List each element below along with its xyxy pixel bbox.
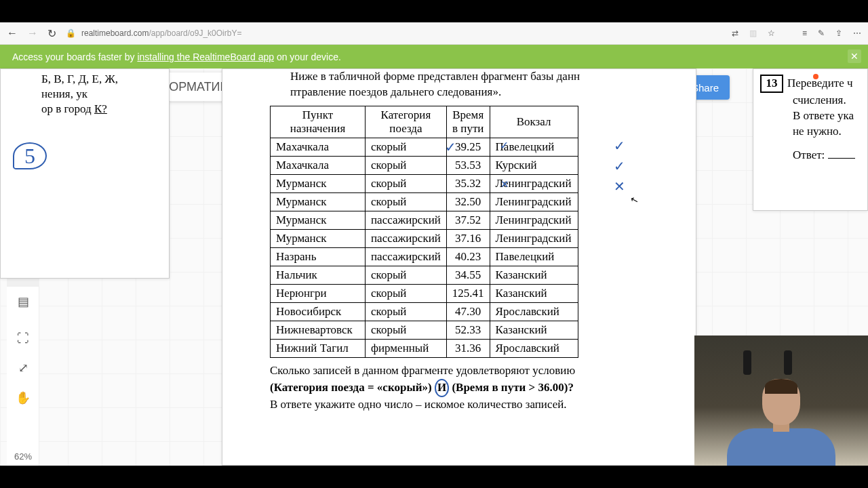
hand-cross-row3	[614, 178, 625, 195]
notes-icon[interactable]: ✎	[818, 28, 825, 38]
col-time: Время в пути	[446, 106, 490, 138]
table-row: Нижний Тагилфирменный31.36Ярославский	[271, 339, 578, 357]
table-row: Мурманскскорый35.32Ленинградский	[271, 174, 578, 192]
handwritten-5: 5	[13, 142, 47, 169]
back-icon[interactable]: ←	[7, 27, 18, 39]
table-row: Мурманскскорый32.50Ленинградский	[271, 192, 578, 211]
table-row: Назраньпассажирский40.23Павелецкий	[271, 247, 578, 266]
table-row: Махачкаласкорый39.25Павелецкий	[271, 138, 578, 156]
forward-icon[interactable]: →	[27, 27, 38, 39]
task-number-13: 13	[760, 75, 783, 93]
table-row: Новосибирскскорый47.30Ярославский	[271, 302, 578, 321]
webcam-feed	[694, 336, 868, 466]
hand-check-row2	[614, 158, 625, 174]
table-row: Махачкаласкорый53.53Курский	[271, 156, 578, 174]
frame-tool-icon[interactable]: ⛶	[7, 323, 39, 353]
col-category: Категория поезда	[366, 106, 447, 138]
table-row: Мурманскпассажирский37.52Ленинградский	[271, 211, 578, 229]
expand-tool-icon[interactable]: ⤢	[7, 353, 39, 383]
table-row: Нальчикскорый34.55Казанский	[271, 266, 578, 284]
col-station: Вокзал	[490, 106, 578, 138]
banner-text: Access your boards faster by	[12, 52, 137, 62]
close-banner-icon[interactable]: ✕	[848, 49, 861, 63]
train-table: Пункт назначения Категория поезда Время …	[270, 106, 578, 358]
task-13-frame: 13Переведите ч счисления. В ответе ука н…	[753, 68, 868, 211]
hand-tool-icon[interactable]: ✋	[7, 383, 39, 413]
task-left-frame: Б, В, Г, Д, Е, Ж, нения, ук ор в город К…	[0, 68, 170, 279]
favorite-icon[interactable]: ☆	[768, 28, 775, 38]
comment-tool-icon[interactable]: ▤	[7, 287, 39, 317]
zoom-level[interactable]: 62%	[7, 451, 39, 462]
table-row: Нерюнгрискорый125.41Казанский	[271, 284, 578, 302]
task-12-frame: Ниже в табличной форме представлен фрагм…	[222, 68, 696, 466]
table-row: Нижневартовскскорый52.33Казанский	[271, 321, 578, 339]
browser-bar: ← → ↻ 🔒 realtimeboard.com/app/board/o9J_…	[0, 22, 868, 45]
translate-icon[interactable]: ⇄	[732, 28, 738, 38]
notification-dot	[813, 74, 818, 79]
lock-icon: 🔒	[66, 28, 76, 38]
table-row: Мурманскпассажирский37.16Ленинградский	[271, 229, 578, 247]
url-host[interactable]: realtimeboard.com/app/board/o9J_k0OirbY=	[81, 28, 241, 38]
hand-check-1b: ✓	[500, 139, 509, 152]
board-canvas[interactable]: + ➤ T ▰ ▢ ↗ ✎ ▤ ⛶ ⤢ ✋ 62% ⌂ ОГЭ 2018 ИНФ…	[0, 68, 868, 466]
hub-icon[interactable]: ≡	[802, 28, 807, 38]
hand-check-row1	[614, 138, 625, 154]
col-destination: Пункт назначения	[271, 106, 366, 138]
reader-icon[interactable]: ▥	[749, 28, 757, 38]
share-page-icon[interactable]: ⇪	[835, 28, 842, 38]
hand-cross-time: ✕	[500, 178, 509, 190]
more-icon[interactable]: ⋯	[853, 28, 861, 38]
hand-check-1	[445, 139, 456, 155]
refresh-icon[interactable]: ↻	[47, 27, 56, 40]
install-link[interactable]: installing the RealtimeBoard app	[137, 52, 274, 62]
install-banner: Access your boards faster by installing …	[0, 45, 868, 68]
